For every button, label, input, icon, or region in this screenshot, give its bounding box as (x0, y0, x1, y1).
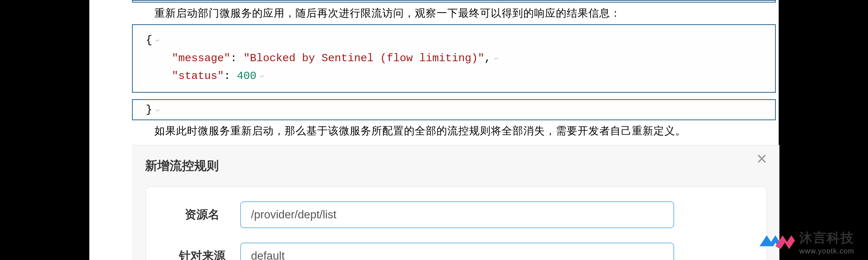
watermark-brand: 沐言科技 (799, 229, 854, 247)
json-close-code-block: } ↵ (132, 99, 776, 120)
form-card: 资源名 针对来源 (146, 186, 767, 260)
json-open-brace: { (146, 34, 152, 46)
json-status-value: 400 (237, 70, 256, 82)
resource-name-input[interactable] (240, 201, 674, 228)
source-input[interactable] (240, 243, 674, 260)
json-message-value: "Blocked by Sentinel (flow limiting)" (243, 52, 484, 64)
json-status-key: "status" (172, 70, 224, 82)
previous-code-block-border (132, 0, 776, 3)
json-response-code-block: { ↵ "message": "Blocked by Sentinel (flo… (132, 24, 776, 93)
resource-name-row: 资源名 (164, 201, 749, 228)
json-message-key: "message" (172, 52, 230, 64)
watermark-url: www.yootk.com (799, 247, 854, 255)
json-close-brace: } (146, 104, 152, 116)
resource-name-label: 资源名 (164, 207, 240, 223)
intro-paragraph: 重新启动部门微服务的应用，随后再次进行限流访问，观察一下最终可以得到的响应的结果… (154, 6, 779, 21)
watermark-text: 沐言科技 www.yootk.com (799, 229, 854, 255)
json-comma: , (484, 52, 491, 64)
flow-rule-dialog: 新增流控规则 × 资源名 针对来源 (132, 145, 779, 260)
close-icon[interactable]: × (757, 150, 767, 168)
document-page: 重新启动部门微服务的应用，随后再次进行限流访问，观察一下最终可以得到的响应的结果… (89, 0, 779, 260)
watermark: 沐言科技 www.yootk.com (756, 229, 854, 256)
note-paragraph: 如果此时微服务重新启动，那么基于该微服务所配置的全部的流控规则将全部消失，需要开… (154, 124, 779, 138)
source-label: 针对来源 (164, 248, 240, 260)
source-row: 针对来源 (164, 243, 749, 260)
json-colon: : (224, 70, 237, 82)
dialog-title: 新增流控规则 (132, 145, 779, 186)
watermark-logo-icon (756, 229, 795, 256)
json-colon: : (230, 52, 243, 64)
